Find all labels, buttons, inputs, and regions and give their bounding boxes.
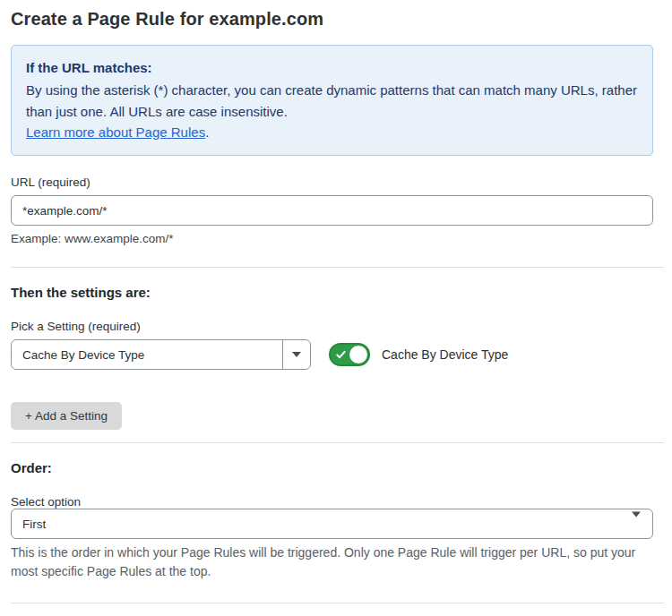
settings-section-heading: Then the settings are: bbox=[11, 285, 653, 300]
toggle-label: Cache By Device Type bbox=[382, 347, 508, 362]
toggle-knob bbox=[349, 346, 367, 364]
check-icon bbox=[336, 350, 346, 360]
divider bbox=[11, 267, 664, 268]
url-example-helper: Example: www.example.com/* bbox=[11, 232, 653, 245]
link-period: . bbox=[205, 124, 209, 140]
pick-setting-label: Pick a Setting (required) bbox=[11, 320, 653, 333]
info-box-heading: If the URL matches: bbox=[26, 57, 638, 78]
divider bbox=[11, 442, 664, 443]
create-page-rule-form: Create a Page Rule for example.com If th… bbox=[0, 0, 664, 616]
order-helper-text: This is the order in which your Page Rul… bbox=[11, 543, 653, 581]
cache-by-device-type-toggle[interactable] bbox=[329, 343, 370, 366]
url-input[interactable] bbox=[11, 195, 653, 226]
order-select[interactable]: First bbox=[11, 509, 653, 539]
setting-row: Cache By Device Type Cache By Device Typ… bbox=[11, 339, 653, 370]
chevron-down-icon bbox=[632, 518, 641, 531]
info-box-body: By using the asterisk (*) character, you… bbox=[26, 80, 638, 122]
add-setting-button[interactable]: + Add a Setting bbox=[11, 402, 122, 430]
info-link-line: Learn more about Page Rules. bbox=[26, 122, 638, 142]
setting-select-value: Cache By Device Type bbox=[12, 348, 282, 362]
chevron-down-icon bbox=[292, 352, 301, 357]
setting-select-arrow-button[interactable] bbox=[282, 340, 310, 369]
setting-select[interactable]: Cache By Device Type bbox=[11, 339, 311, 370]
page-title: Create a Page Rule for example.com bbox=[11, 9, 653, 30]
order-section-heading: Order: bbox=[11, 460, 653, 475]
url-field-label: URL (required) bbox=[11, 175, 653, 189]
divider bbox=[11, 603, 664, 603]
order-select-value: First bbox=[12, 518, 652, 531]
url-match-info-box: If the URL matches: By using the asteris… bbox=[11, 45, 653, 156]
learn-more-link[interactable]: Learn more about Page Rules bbox=[26, 124, 205, 140]
order-select-label: Select option bbox=[11, 495, 653, 509]
